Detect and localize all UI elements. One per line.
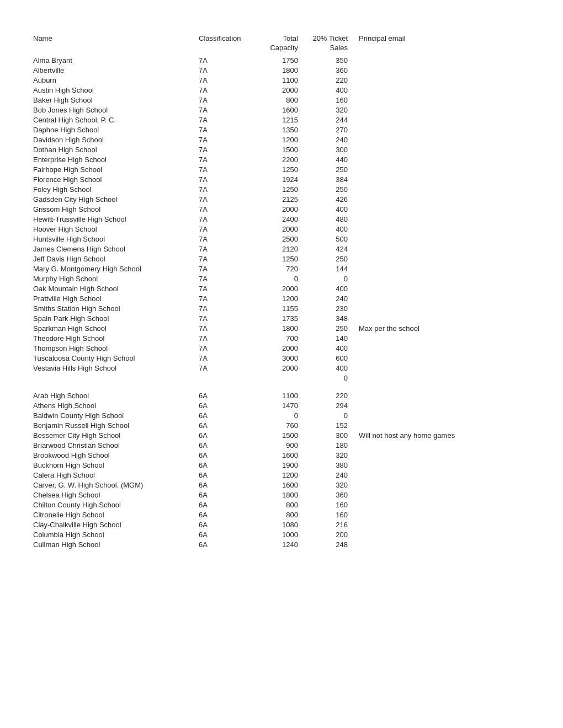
cell-total xyxy=(265,374,309,382)
cell-name: Columbia High School xyxy=(33,531,199,539)
cell-email xyxy=(359,175,530,184)
cell-email xyxy=(359,275,530,283)
cell-email: Max per the school xyxy=(359,324,530,333)
cell-classification: 6A xyxy=(199,431,265,440)
cell-email xyxy=(359,521,530,529)
cell-name: Briarwood Christian School xyxy=(33,441,199,449)
table-row: Smiths Station High School7A1155230 xyxy=(33,303,530,313)
cell-name: Chelsea High School xyxy=(33,491,199,499)
cell-classification: 6A xyxy=(199,461,265,469)
cell-email xyxy=(359,421,530,430)
header-name: Name xyxy=(33,34,199,42)
cell-email xyxy=(359,255,530,263)
cell-total: 1750 xyxy=(265,56,309,65)
table-row: Columbia High School6A1000200 xyxy=(33,529,530,539)
cell-classification: 7A xyxy=(199,76,265,84)
cell-classification: 7A xyxy=(199,304,265,313)
table-header: Name Classification Total 20% Ticket Pri… xyxy=(33,33,530,44)
cell-classification: 7A xyxy=(199,235,265,243)
cell-name: Vestavia Hills High School xyxy=(33,364,199,372)
cell-classification: 6A xyxy=(199,411,265,420)
cell-name: Cullman High School xyxy=(33,540,199,549)
table-row: Chilton County High School6A800160 xyxy=(33,500,530,510)
cell-email xyxy=(359,461,530,469)
table-row: Jeff Davis High School7A1250250 xyxy=(33,254,530,264)
cell-ticket: 320 xyxy=(309,451,359,459)
cell-name: Smiths Station High School xyxy=(33,304,199,313)
table-row: Clay-Chalkville High School6A1080216 xyxy=(33,520,530,529)
cell-email xyxy=(359,195,530,204)
cell-total: 1080 xyxy=(265,521,309,529)
cell-classification: 7A xyxy=(199,344,265,352)
cell-classification: 7A xyxy=(199,106,265,114)
cell-ticket: 240 xyxy=(309,136,359,144)
table-row: Albertville7A1800360 xyxy=(33,65,530,75)
cell-email xyxy=(359,402,530,410)
cell-classification: 7A xyxy=(199,96,265,104)
cell-classification: 7A xyxy=(199,136,265,144)
table-row: Oak Mountain High School7A2000400 xyxy=(33,283,530,293)
cell-classification: 7A xyxy=(199,285,265,293)
cell-classification: 6A xyxy=(199,402,265,410)
cell-name: Arab High School xyxy=(33,392,199,400)
table-row: Thompson High School7A2000400 xyxy=(33,343,530,353)
table-row: Cullman High School6A1240248 xyxy=(33,539,530,549)
cell-total: 1500 xyxy=(265,146,309,154)
cell-email xyxy=(359,441,530,449)
cell-email xyxy=(359,205,530,213)
cell-ticket: 180 xyxy=(309,441,359,449)
cell-email xyxy=(359,411,530,420)
table-row: Baldwin County High School6A00 xyxy=(33,410,530,420)
cell-email xyxy=(359,245,530,253)
cell-total: 1200 xyxy=(265,471,309,479)
cell-classification: 7A xyxy=(199,265,265,273)
table-row: Chelsea High School6A1800360 xyxy=(33,490,530,500)
cell-classification: 6A xyxy=(199,531,265,539)
cell-ticket: 384 xyxy=(309,175,359,184)
cell-total: 1600 xyxy=(265,106,309,114)
cell-name: Athens High School xyxy=(33,402,199,410)
cell-name: Foley High School xyxy=(33,185,199,194)
cell-total: 1100 xyxy=(265,392,309,400)
cell-total: 1200 xyxy=(265,295,309,303)
cell-name: Grissom High School xyxy=(33,205,199,213)
cell-ticket: 144 xyxy=(309,265,359,273)
cell-classification: 7A xyxy=(199,314,265,323)
cell-name: Baldwin County High School xyxy=(33,411,199,420)
cell-email xyxy=(359,451,530,459)
cell-ticket: 244 xyxy=(309,116,359,124)
cell-email xyxy=(359,126,530,134)
cell-email xyxy=(359,146,530,154)
rows-7a: Alma Bryant7A1750350Albertville7A1800360… xyxy=(33,55,530,383)
header-classification: Classification xyxy=(199,34,265,42)
cell-email xyxy=(359,265,530,273)
cell-ticket: 500 xyxy=(309,235,359,243)
table-row: Athens High School6A1470294 xyxy=(33,400,530,410)
table-row: Dothan High School7A1500300 xyxy=(33,144,530,154)
cell-name: Austin High School xyxy=(33,86,199,94)
cell-classification: 6A xyxy=(199,521,265,529)
cell-ticket: 200 xyxy=(309,531,359,539)
cell-email: Will not host any home games xyxy=(359,431,530,440)
cell-classification: 6A xyxy=(199,392,265,400)
cell-total: 1800 xyxy=(265,324,309,333)
cell-classification: 6A xyxy=(199,441,265,449)
cell-total: 2120 xyxy=(265,245,309,253)
cell-ticket: 360 xyxy=(309,491,359,499)
cell-total: 1800 xyxy=(265,491,309,499)
cell-email xyxy=(359,295,530,303)
cell-email xyxy=(359,481,530,489)
cell-classification: 7A xyxy=(199,195,265,204)
cell-name: Benjamin Russell High School xyxy=(33,421,199,430)
cell-name: Dothan High School xyxy=(33,146,199,154)
table-row: Briarwood Christian School6A900180 xyxy=(33,440,530,450)
table-row: Hewitt-Trussville High School7A2400480 xyxy=(33,214,530,224)
cell-ticket: 600 xyxy=(309,354,359,362)
table-row: Bob Jones High School7A1600320 xyxy=(33,105,530,115)
cell-total: 760 xyxy=(265,421,309,430)
cell-total: 800 xyxy=(265,511,309,519)
cell-classification: 7A xyxy=(199,334,265,342)
cell-classification: 6A xyxy=(199,451,265,459)
cell-ticket: 250 xyxy=(309,185,359,194)
cell-name: Huntsville High School xyxy=(33,235,199,243)
